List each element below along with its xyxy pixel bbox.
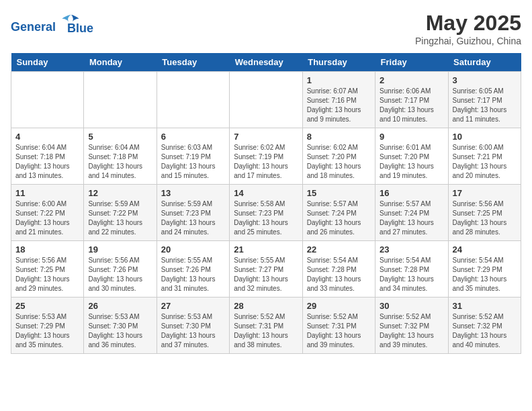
calendar-cell: 26Sunrise: 5:53 AM Sunset: 7:30 PM Dayli…: [84, 298, 157, 354]
calendar-cell: 14Sunrise: 5:58 AM Sunset: 7:23 PM Dayli…: [230, 185, 302, 241]
day-number: 18: [15, 244, 79, 255]
calendar-cell: 2Sunrise: 6:06 AM Sunset: 7:17 PM Daylig…: [375, 72, 448, 128]
day-info: Sunrise: 6:06 AM Sunset: 7:17 PM Dayligh…: [380, 87, 443, 124]
calendar-cell: 4Sunrise: 6:04 AM Sunset: 7:18 PM Daylig…: [11, 128, 84, 185]
calendar-cell: 25Sunrise: 5:53 AM Sunset: 7:29 PM Dayli…: [11, 298, 84, 354]
day-number: 17: [453, 188, 517, 198]
day-info: Sunrise: 6:00 AM Sunset: 7:22 PM Dayligh…: [15, 199, 79, 237]
day-info: Sunrise: 5:52 AM Sunset: 7:31 PM Dayligh…: [307, 312, 371, 350]
day-number: 20: [161, 244, 225, 255]
day-info: Sunrise: 5:53 AM Sunset: 7:29 PM Dayligh…: [15, 312, 79, 350]
title-block: May 2025 Pingzhai, Guizhou, China: [415, 11, 521, 46]
calendar-cell: 5Sunrise: 6:04 AM Sunset: 7:18 PM Daylig…: [84, 128, 157, 185]
month-year-title: May 2025: [415, 11, 521, 36]
day-info: Sunrise: 5:54 AM Sunset: 7:28 PM Dayligh…: [307, 256, 371, 293]
day-number: 11: [15, 188, 79, 198]
day-number: 3: [453, 75, 517, 85]
day-number: 19: [88, 244, 152, 255]
location-subtitle: Pingzhai, Guizhou, China: [415, 36, 521, 46]
logo: General Blue: [11, 11, 93, 36]
calendar-cell: 31Sunrise: 5:52 AM Sunset: 7:32 PM Dayli…: [448, 298, 521, 354]
day-number: 13: [161, 188, 225, 198]
dow-header-tuesday: Tuesday: [157, 53, 229, 72]
day-info: Sunrise: 5:52 AM Sunset: 7:32 PM Dayligh…: [380, 312, 443, 350]
day-info: Sunrise: 6:03 AM Sunset: 7:19 PM Dayligh…: [161, 143, 225, 181]
day-info: Sunrise: 5:55 AM Sunset: 7:27 PM Dayligh…: [234, 256, 298, 293]
calendar-cell: [84, 72, 157, 128]
calendar-cell: 20Sunrise: 5:55 AM Sunset: 7:26 PM Dayli…: [157, 241, 229, 298]
day-number: 4: [15, 132, 79, 142]
day-info: Sunrise: 5:52 AM Sunset: 7:32 PM Dayligh…: [453, 312, 517, 350]
dow-header-friday: Friday: [375, 53, 448, 72]
calendar-cell: 24Sunrise: 5:54 AM Sunset: 7:29 PM Dayli…: [448, 241, 521, 298]
day-info: Sunrise: 5:55 AM Sunset: 7:26 PM Dayligh…: [161, 256, 225, 293]
day-number: 27: [161, 301, 225, 311]
day-info: Sunrise: 5:56 AM Sunset: 7:25 PM Dayligh…: [15, 256, 79, 293]
day-number: 5: [88, 132, 152, 142]
day-info: Sunrise: 5:59 AM Sunset: 7:22 PM Dayligh…: [88, 199, 152, 237]
calendar-week-5: 25Sunrise: 5:53 AM Sunset: 7:29 PM Dayli…: [11, 298, 521, 354]
day-info: Sunrise: 6:04 AM Sunset: 7:18 PM Dayligh…: [15, 143, 79, 181]
logo-blue: Blue: [67, 21, 93, 36]
day-number: 2: [380, 75, 443, 85]
day-info: Sunrise: 5:53 AM Sunset: 7:30 PM Dayligh…: [161, 312, 225, 350]
day-info: Sunrise: 6:01 AM Sunset: 7:20 PM Dayligh…: [380, 143, 443, 181]
calendar-table: SundayMondayTuesdayWednesdayThursdayFrid…: [11, 53, 521, 354]
day-number: 12: [88, 188, 152, 198]
day-number: 22: [307, 244, 371, 255]
calendar-week-2: 4Sunrise: 6:04 AM Sunset: 7:18 PM Daylig…: [11, 128, 521, 185]
calendar-cell: 18Sunrise: 5:56 AM Sunset: 7:25 PM Dayli…: [11, 241, 84, 298]
day-number: 10: [453, 132, 517, 142]
day-number: 26: [88, 301, 152, 311]
day-info: Sunrise: 5:58 AM Sunset: 7:23 PM Dayligh…: [234, 199, 298, 237]
calendar-cell: 27Sunrise: 5:53 AM Sunset: 7:30 PM Dayli…: [157, 298, 229, 354]
day-number: 25: [15, 301, 79, 311]
calendar-cell: 11Sunrise: 6:00 AM Sunset: 7:22 PM Dayli…: [11, 185, 84, 241]
day-number: 28: [234, 301, 298, 311]
calendar-cell: 23Sunrise: 5:54 AM Sunset: 7:28 PM Dayli…: [375, 241, 448, 298]
day-info: Sunrise: 5:57 AM Sunset: 7:24 PM Dayligh…: [307, 199, 371, 237]
calendar-cell: 6Sunrise: 6:03 AM Sunset: 7:19 PM Daylig…: [157, 128, 229, 185]
calendar-cell: [11, 72, 84, 128]
day-info: Sunrise: 6:02 AM Sunset: 7:19 PM Dayligh…: [234, 143, 298, 181]
day-info: Sunrise: 5:59 AM Sunset: 7:23 PM Dayligh…: [161, 199, 225, 237]
day-info: Sunrise: 5:54 AM Sunset: 7:28 PM Dayligh…: [380, 256, 443, 293]
calendar-cell: [230, 72, 302, 128]
day-number: 6: [161, 132, 225, 142]
day-info: Sunrise: 5:53 AM Sunset: 7:30 PM Dayligh…: [88, 312, 152, 350]
dow-header-wednesday: Wednesday: [230, 53, 302, 72]
calendar-cell: 7Sunrise: 6:02 AM Sunset: 7:19 PM Daylig…: [230, 128, 302, 185]
calendar-cell: 19Sunrise: 5:56 AM Sunset: 7:26 PM Dayli…: [84, 241, 157, 298]
calendar-cell: 29Sunrise: 5:52 AM Sunset: 7:31 PM Dayli…: [302, 298, 375, 354]
day-info: Sunrise: 5:57 AM Sunset: 7:24 PM Dayligh…: [380, 199, 443, 237]
calendar-cell: 28Sunrise: 5:52 AM Sunset: 7:31 PM Dayli…: [230, 298, 302, 354]
calendar-cell: 3Sunrise: 6:05 AM Sunset: 7:17 PM Daylig…: [448, 72, 521, 128]
calendar-cell: 16Sunrise: 5:57 AM Sunset: 7:24 PM Dayli…: [375, 185, 448, 241]
dow-header-thursday: Thursday: [302, 53, 375, 72]
day-number: 8: [307, 132, 371, 142]
calendar-cell: 30Sunrise: 5:52 AM Sunset: 7:32 PM Dayli…: [375, 298, 448, 354]
day-number: 14: [234, 188, 298, 198]
calendar-cell: [157, 72, 229, 128]
calendar-cell: 13Sunrise: 5:59 AM Sunset: 7:23 PM Dayli…: [157, 185, 229, 241]
calendar-cell: 22Sunrise: 5:54 AM Sunset: 7:28 PM Dayli…: [302, 241, 375, 298]
page-header: General Blue May 2025 Pingzhai, Guizhou,…: [11, 11, 521, 46]
dow-header-sunday: Sunday: [11, 53, 84, 72]
calendar-cell: 10Sunrise: 6:00 AM Sunset: 7:21 PM Dayli…: [448, 128, 521, 185]
day-info: Sunrise: 6:05 AM Sunset: 7:17 PM Dayligh…: [453, 87, 517, 124]
day-info: Sunrise: 5:56 AM Sunset: 7:26 PM Dayligh…: [88, 256, 152, 293]
calendar-cell: 8Sunrise: 6:02 AM Sunset: 7:20 PM Daylig…: [302, 128, 375, 185]
day-info: Sunrise: 5:54 AM Sunset: 7:29 PM Dayligh…: [453, 256, 517, 293]
day-number: 24: [453, 244, 517, 255]
logo-general: General: [11, 20, 56, 34]
day-number: 7: [234, 132, 298, 142]
calendar-cell: 21Sunrise: 5:55 AM Sunset: 7:27 PM Dayli…: [230, 241, 302, 298]
calendar-cell: 9Sunrise: 6:01 AM Sunset: 7:20 PM Daylig…: [375, 128, 448, 185]
day-info: Sunrise: 6:04 AM Sunset: 7:18 PM Dayligh…: [88, 143, 152, 181]
day-number: 31: [453, 301, 517, 311]
day-number: 30: [380, 301, 443, 311]
day-number: 23: [380, 244, 443, 255]
day-info: Sunrise: 6:07 AM Sunset: 7:16 PM Dayligh…: [307, 87, 371, 124]
dow-header-saturday: Saturday: [448, 53, 521, 72]
day-info: Sunrise: 5:56 AM Sunset: 7:25 PM Dayligh…: [453, 199, 517, 237]
